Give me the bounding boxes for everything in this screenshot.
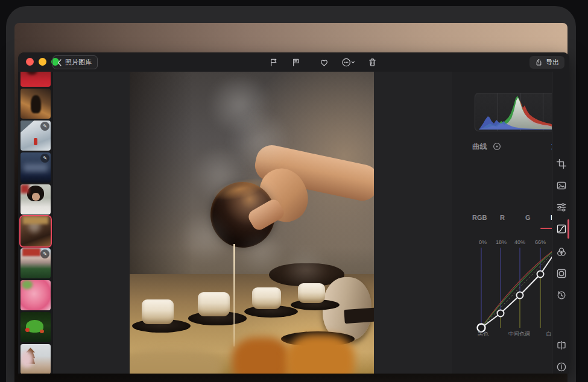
tool-curves[interactable] <box>555 223 567 235</box>
tool-vignette[interactable] <box>555 268 567 280</box>
photo-layer <box>142 299 174 324</box>
photo-canvas-area <box>53 72 452 374</box>
photo-layer <box>198 292 230 316</box>
tab-red[interactable]: R <box>500 214 525 221</box>
tab-rgb[interactable]: RGB <box>472 214 500 221</box>
thumbnail-blue-mountain-figure[interactable]: ✎ <box>21 152 51 183</box>
more-options-icon[interactable] <box>341 57 355 67</box>
curves-panel-title: 曲线 <box>472 142 487 152</box>
minimize-window-button[interactable] <box>39 58 46 66</box>
title-bar: 照片图库 导出 <box>18 52 569 72</box>
thumbnail-image <box>21 72 51 87</box>
photos-app-window: 照片图库 导出 <box>18 52 569 374</box>
photo-layer <box>281 247 330 289</box>
edited-badge-pencil-icon: ✎ <box>40 122 49 131</box>
export-label: 导出 <box>546 58 559 67</box>
tool-rail <box>552 72 569 374</box>
green-channel-curve <box>481 246 560 328</box>
thumbnail-tree-frog[interactable]: ✎ <box>21 312 51 342</box>
tool-crop[interactable] <box>555 158 567 170</box>
axis-label: 66% <box>535 239 546 245</box>
photo-layer <box>237 229 286 277</box>
thumbnail-red-lanterns-street[interactable]: ✎ <box>21 72 51 87</box>
curve-point[interactable] <box>517 292 523 299</box>
remove-flag-icon[interactable] <box>291 57 301 67</box>
adjustments-panel: 曲线 重置 RGB R G B 0% 18% 40% 66% 100% <box>452 72 552 374</box>
axis-label: 18% <box>496 239 507 245</box>
thumbnail-image <box>25 328 30 332</box>
tone-guide-lines <box>481 247 560 328</box>
close-window-button[interactable] <box>26 58 34 66</box>
curve-point[interactable] <box>537 271 544 278</box>
photo-layer <box>232 337 291 374</box>
back-to-library-button[interactable]: 照片图库 <box>52 55 98 69</box>
tool-retouch-history[interactable] <box>555 289 567 301</box>
delete-icon[interactable] <box>367 57 378 67</box>
export-button[interactable]: 导出 <box>530 56 564 69</box>
edited-badge-pencil-icon: ✎ <box>40 249 49 258</box>
photo-layer <box>252 287 282 309</box>
thumbnail-sidebar[interactable]: ✎ ✎ ✎ ✎ ✎ ✎ ✎ ✎ ✎ <box>18 72 53 374</box>
tab-green[interactable]: G <box>525 214 551 221</box>
photo-layer <box>179 210 232 265</box>
thumbnail-city-park-skyline[interactable]: ✎ <box>21 248 51 278</box>
visibility-toggle-icon[interactable] <box>493 142 501 151</box>
thumbnail-pink-flower[interactable]: ✎ <box>21 280 51 310</box>
axis-label: 0% <box>479 239 487 245</box>
curve-point[interactable] <box>498 310 504 317</box>
thumbnail-image <box>21 184 29 193</box>
thumbnail-list: ✎ ✎ ✎ ✎ ✎ ✎ ✎ ✎ ✎ <box>21 72 51 374</box>
tone-label-black: 黑色 <box>478 331 489 337</box>
tool-color[interactable] <box>555 246 567 258</box>
blue-channel-curve <box>481 246 560 328</box>
photo-layer <box>130 349 223 374</box>
thumbnail-image <box>21 89 51 119</box>
stage: 照片图库 导出 <box>0 0 588 382</box>
share-icon <box>535 58 543 67</box>
thumbnail-pagoda-blossoms[interactable]: ✎ <box>21 344 51 374</box>
thumbnail-woman-portrait[interactable]: ✎ <box>21 184 51 214</box>
flag-icon[interactable] <box>268 57 279 67</box>
back-button-label: 照片图库 <box>65 58 92 67</box>
tone-label-midtones: 中间色调 <box>508 331 530 337</box>
favorite-icon[interactable] <box>319 57 329 67</box>
thumbnail-image <box>21 280 51 310</box>
edited-badge-pencil-icon: ✎ <box>40 154 49 163</box>
edit-toolbar <box>268 52 378 72</box>
chevron-left-icon <box>57 59 62 66</box>
main-photo-tea-pouring[interactable] <box>130 72 374 374</box>
thumbnail-white-architecture[interactable]: ✎ <box>21 121 51 151</box>
photo-layer <box>286 334 354 374</box>
thumbnail-image <box>21 344 51 374</box>
active-tool-indicator <box>567 219 570 239</box>
thumbnail-tea-pouring[interactable]: ✎ <box>21 216 51 246</box>
photo-layer <box>233 244 235 346</box>
reference-diagonal <box>481 246 560 328</box>
photo-layer <box>344 307 374 324</box>
thumbnail-image <box>40 330 44 333</box>
tool-filters[interactable] <box>555 180 567 192</box>
tool-info[interactable] <box>555 361 567 373</box>
thumbnail-image <box>21 216 51 246</box>
thumbnail-image <box>32 193 40 201</box>
tool-adjust[interactable] <box>555 201 567 213</box>
photo-layer <box>223 174 281 228</box>
curve-points <box>478 242 564 332</box>
axis-label: 40% <box>514 239 525 245</box>
tool-compare[interactable] <box>555 339 567 351</box>
thumbnail-sunset-field-portrait[interactable]: ✎ <box>21 89 51 119</box>
red-channel-curve <box>481 246 560 328</box>
